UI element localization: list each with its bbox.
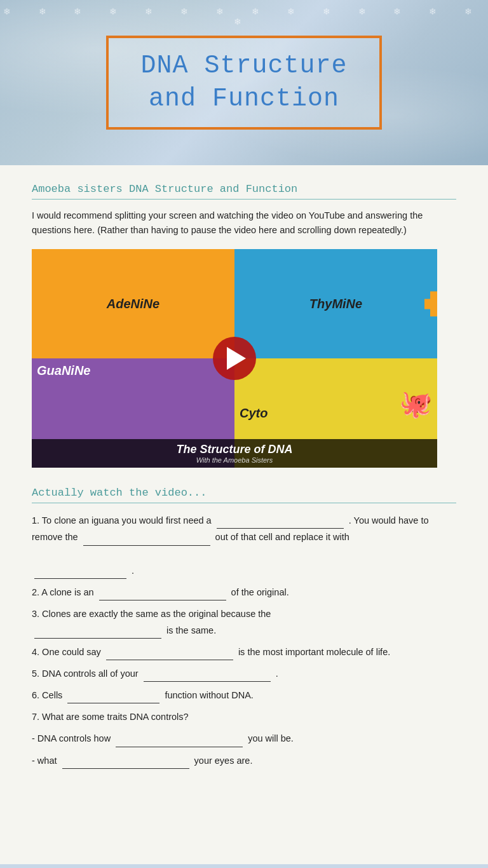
q7a-bullet: - DNA controls how [32, 733, 111, 743]
video-embed[interactable]: AdeNiNe ThyMiNe GuaNiNe Cyto 🐙 The Stru [32, 249, 437, 468]
section1-divider [32, 199, 456, 200]
q1-blank3[interactable] [34, 566, 126, 579]
section2-divider [32, 503, 456, 503]
q2-text: of the original. [231, 587, 289, 597]
content-area: Amoeba sisters DNA Structure and Functio… [0, 165, 488, 864]
q5-text2: . [276, 668, 278, 679]
q1-blank2[interactable] [83, 533, 210, 546]
q1-text3: . [132, 566, 134, 576]
q1-text2: out of that cell and replace it with [215, 532, 349, 542]
q4-text2: is the most important molecule of life. [238, 647, 390, 657]
question-5: 5. DNA controls all of your . [32, 665, 456, 682]
question-4: 4. One could say is the most important m… [32, 644, 456, 660]
play-button[interactable] [213, 337, 256, 380]
section-amoeba: Amoeba sisters DNA Structure and Functio… [32, 183, 456, 468]
q1-blank1[interactable] [217, 516, 344, 529]
q4-text1: 4. One could say [32, 647, 101, 657]
section-questions: Actually watch the video... 1. To clone … [32, 487, 456, 768]
q5-blank1[interactable] [144, 669, 271, 682]
q4-blank1[interactable] [106, 648, 233, 660]
section2-title: Actually watch the video... [32, 487, 456, 499]
q5-text1: 5. DNA controls all of your [32, 668, 139, 679]
q7-text: 7. What are some traits DNA controls? [32, 712, 189, 722]
question-2: 2. A clone is an of the original. [32, 584, 456, 600]
q6-text1: 6. Cells [32, 690, 62, 700]
section1-description: I would recommend splitting your screen … [32, 208, 456, 238]
q3-text1: 3. Clones are exactly the same as the or… [32, 609, 271, 619]
q2-blank1[interactable] [99, 588, 226, 600]
question-1: 1. To clone an iguana you would first ne… [32, 512, 456, 578]
puzzle-piece-icon [424, 291, 437, 316]
video-subtitle: With the Amoeba Sisters [38, 456, 431, 464]
q7b-text: your eyes are. [194, 756, 253, 766]
title-box: DNA Structure and Function [106, 36, 381, 130]
q7a-blank1[interactable] [116, 735, 243, 747]
play-icon [227, 347, 246, 370]
q7b-bullet: - what [32, 756, 57, 766]
q7a-text: you will be. [248, 733, 294, 743]
q6-text2: function without DNA. [165, 690, 253, 700]
question-7a: - DNA controls how you will be. [32, 730, 456, 747]
q2-number: 2. A clone is an [32, 587, 94, 597]
question-7b: - what your eyes are. [32, 752, 456, 769]
question-3: 3. Clones are exactly the same as the or… [32, 606, 456, 639]
q1-number: 1. To clone an iguana you would first ne… [32, 515, 212, 526]
hero-section: DNA Structure and Function [0, 0, 488, 165]
question-7: 7. What are some traits DNA controls? [32, 709, 456, 725]
video-bottom-bar: The Structure of DNA With the Amoeba Sis… [32, 439, 437, 468]
questions-area: 1. To clone an iguana you would first ne… [32, 512, 456, 768]
section1-title: Amoeba sisters DNA Structure and Functio… [32, 183, 456, 195]
q6-blank1[interactable] [67, 691, 159, 703]
quad-adenine: AdeNiNe [32, 249, 234, 358]
q7b-blank1[interactable] [62, 756, 189, 769]
page-title: DNA Structure and Function [140, 50, 347, 116]
quad-thymine: ThyMiNe [234, 249, 437, 358]
question-6: 6. Cells function without DNA. [32, 687, 456, 703]
q3-text2: is the same. [166, 625, 216, 635]
video-main-title: The Structure of DNA [38, 443, 431, 456]
amoeba-character: 🐙 [399, 358, 432, 449]
q3-blank1[interactable] [34, 626, 161, 639]
